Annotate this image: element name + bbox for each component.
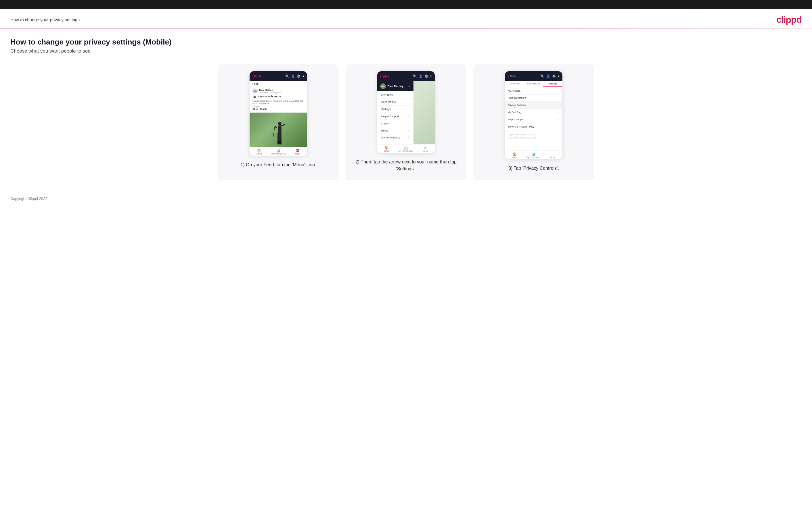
step2-menu-panel: BM Blair McHarg ▲ My Profile Connections (377, 81, 413, 144)
svg-line-8 (273, 126, 275, 137)
step3-nav-icons: 🔍 👤 ⚙️ ▾ (541, 74, 560, 78)
tab-home[interactable]: 🏠 Home (505, 152, 524, 158)
step1-feed: Feed BM Blair McHarg Yesterday · Sunning… (250, 81, 307, 147)
tab-performance-label: My Performance (526, 156, 541, 158)
menu-icon: ☰ (552, 152, 554, 156)
duration-value: 01 hr : 30 min (252, 108, 304, 110)
page-subtitle: Choose what you want people to see (10, 48, 802, 54)
footer: Copyright Clippd 2022 (0, 191, 812, 207)
step3-back-bar: < Back 🔍 👤 ⚙️ ▾ (505, 71, 562, 81)
settings-item-myaccount[interactable]: My Account › (505, 87, 562, 95)
tab-home-label: Home (384, 150, 390, 152)
step1-nav-icons: 🔍 👤 ⚙️ ▾ (285, 74, 304, 78)
version-client: Clippd Client Version: 2022.8.3-3 (508, 133, 560, 136)
tab-settings[interactable]: Settings (543, 81, 562, 87)
user-icon: 👤 (546, 74, 550, 78)
chevron-down-icon: ▾ (408, 129, 409, 132)
tab-performance-label: My Performance (399, 150, 413, 152)
menu-nav-home[interactable]: Home ▾ (377, 127, 413, 134)
copyright-text: Copyright Clippd 2022 (10, 196, 47, 201)
step2-logo: clippd (380, 74, 389, 78)
menu-item-help[interactable]: Help & Support ↗ (377, 113, 413, 120)
chevron-right-icon: › (559, 89, 560, 92)
tab-myprofile[interactable]: My Profile (505, 81, 524, 87)
chevron-down-icon: ▾ (558, 74, 560, 78)
settings-item-dataintegrations[interactable]: Data Integrations › (505, 95, 562, 102)
settings-icon: ⚙️ (552, 74, 556, 78)
menu-nav-home-label: Home (381, 129, 388, 132)
tab-performance[interactable]: 📊 My Performance (397, 146, 416, 152)
tab-menu[interactable]: ☰ Menu (288, 149, 307, 155)
svg-rect-4 (277, 133, 280, 140)
tab-menu-label: Menu (295, 153, 300, 155)
step-3-description: 3) Tap 'Privacy Controls'. (508, 165, 559, 172)
lesson-title: Lesson with Fordy (258, 95, 281, 98)
tab-menu[interactable]: ☰ Menu (543, 152, 562, 158)
header-divider (0, 28, 812, 29)
back-button[interactable]: < Back (508, 75, 516, 77)
menu-user-avatar: BM (380, 83, 386, 89)
version-server: GQL Server Version: 2022.7.30-1 (508, 136, 560, 139)
step3-bottom-bar: 🏠 Home 📊 My Performance ☰ Menu (505, 151, 562, 159)
menu-item-myprofile[interactable]: My Profile (377, 91, 413, 99)
feed-item-header: BM Blair McHarg Yesterday · Sunningdale (252, 89, 304, 94)
tab-home-label: Home (256, 153, 262, 155)
menu-item-settings[interactable]: Settings (377, 106, 413, 113)
golfer-silhouette (272, 121, 287, 147)
menu-user-name: Blair McHarg (388, 85, 404, 88)
chevron-down-icon: ▾ (303, 74, 304, 78)
tab-home-label: Home (512, 156, 517, 158)
tab-menu-label: Menu (423, 150, 428, 152)
step1-logo: clippd (252, 74, 261, 78)
svg-rect-1 (278, 125, 282, 133)
menu-chevron-up: ▲ (408, 85, 411, 88)
menu-nav-performance-label: My Performance (381, 136, 400, 139)
step-3-phone: < Back 🔍 👤 ⚙️ ▾ My Profile Connections S… (505, 71, 562, 159)
tab-menu-close[interactable]: ✕ Menu (415, 146, 435, 152)
svg-rect-6 (277, 139, 280, 145)
settings-icon: ⚙️ (424, 74, 428, 78)
step1-nav-bar: clippd 🔍 👤 ⚙️ ▾ (250, 71, 307, 81)
step-3-card: < Back 🔍 👤 ⚙️ ▾ My Profile Connections S… (473, 64, 594, 180)
tab-performance[interactable]: 📊 My Performance (269, 149, 288, 155)
settings-privacycontrols-label: Privacy Controls (508, 104, 525, 107)
step1-bottom-bar: 🏠 Home 📊 My Performance ☰ Menu (250, 147, 307, 156)
user-icon: 👤 (419, 74, 423, 78)
menu-icon: ☰ (296, 149, 299, 153)
settings-item-helpsupport[interactable]: Help & Support ↗ (505, 116, 562, 123)
user-icon: 👤 (291, 74, 295, 78)
home-icon: 🏠 (257, 149, 261, 153)
menu-nav-performance[interactable]: My Performance ▾ (377, 134, 413, 141)
external-link-icon: ↗ (558, 118, 560, 121)
step-2-description: 2) Then, tap the arrow next to your name… (353, 159, 459, 172)
duration-label: Duration (252, 106, 304, 108)
step-2-phone: clippd 🔍 👤 ⚙️ ▾ (377, 71, 435, 153)
menu-item-connections[interactable]: Connections (377, 99, 413, 106)
breadcrumb: How to change your privacy settings (10, 17, 80, 22)
tab-performance[interactable]: 📊 My Performance (524, 152, 544, 158)
golf-image (250, 113, 307, 147)
tab-home[interactable]: 🏠 Home (377, 146, 397, 152)
settings-dataintegrations-label: Data Integrations (508, 97, 526, 99)
settings-item-mygolfbag[interactable]: My Golf Bag › (505, 109, 562, 116)
settings-serviceprivacy-label: Service & Privacy Policy (508, 125, 534, 128)
chevron-down-icon: ▾ (430, 74, 432, 78)
chevron-down-icon: ▾ (408, 136, 409, 139)
performance-icon: 📊 (404, 146, 408, 150)
tab-home[interactable]: 🏠 Home (250, 149, 269, 155)
settings-item-serviceprivacy[interactable]: Service & Privacy Policy ↗ (505, 123, 562, 130)
svg-rect-5 (280, 133, 282, 140)
performance-icon: 📊 (276, 149, 281, 153)
settings-myaccount-label: My Account (508, 89, 520, 92)
external-link-icon: ↗ (407, 115, 409, 118)
menu-item-settings-label: Settings (381, 108, 391, 111)
home-icon: 🏠 (385, 146, 389, 150)
tab-connections[interactable]: Connections (524, 81, 544, 87)
chevron-right-icon: › (559, 97, 560, 99)
menu-item-help-label: Help & Support (381, 115, 399, 118)
settings-item-privacycontrols[interactable]: Privacy Controls › (505, 102, 562, 109)
menu-item-logout[interactable]: Logout (377, 120, 413, 127)
feed-avatar: BM (252, 89, 258, 94)
logo: clippd (776, 14, 802, 25)
step2-content: BM Blair McHarg ▲ My Profile Connections (377, 81, 435, 144)
